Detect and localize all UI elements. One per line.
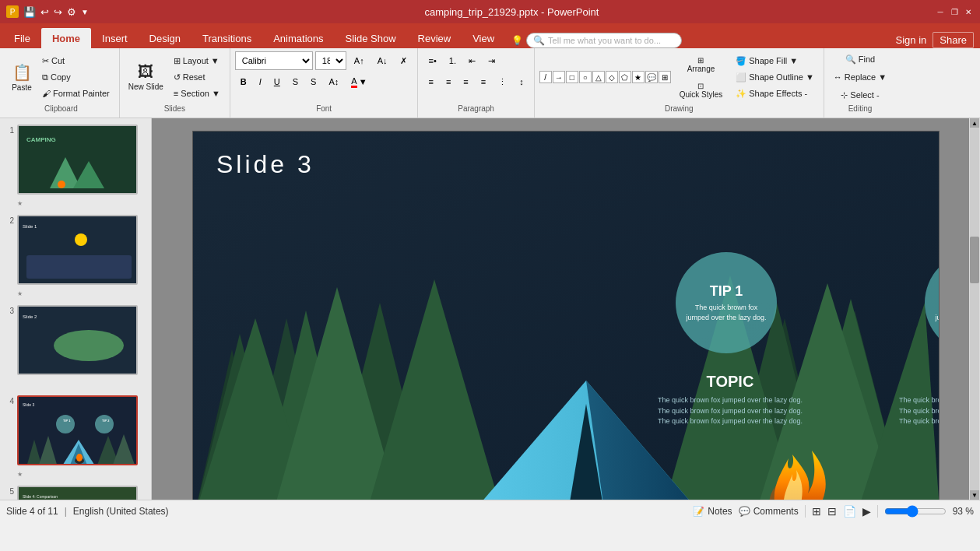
- bullets-button[interactable]: ≡•: [423, 51, 441, 70]
- columns-button[interactable]: ⋮: [493, 72, 512, 91]
- sign-in-button[interactable]: Sign in: [896, 34, 927, 46]
- more-shapes[interactable]: ⊞: [659, 71, 671, 83]
- font-name-select[interactable]: Calibri: [235, 51, 313, 70]
- close-button[interactable]: ✕: [963, 6, 974, 17]
- vertical-scrollbar[interactable]: ▲ ▼: [969, 118, 980, 500]
- notes-button[interactable]: 📝 Notes: [693, 506, 732, 517]
- arrow-shape[interactable]: →: [553, 71, 565, 83]
- tab-home[interactable]: Home: [41, 28, 91, 48]
- ribbon-group-slides: 🖼 New Slide ⊞ Layout ▼ ↺ Reset ≡ Section…: [120, 48, 230, 118]
- justify-button[interactable]: ≡: [476, 72, 491, 91]
- cut-icon: ✂: [42, 56, 49, 66]
- increase-indent-button[interactable]: ⇥: [483, 51, 501, 70]
- font-size-select[interactable]: 18: [315, 51, 346, 70]
- rect-shape[interactable]: □: [566, 71, 578, 83]
- bold-button[interactable]: B: [235, 72, 252, 91]
- replace-dropdown[interactable]: ▼: [878, 72, 887, 82]
- decrease-indent-button[interactable]: ⇤: [463, 51, 481, 70]
- comments-button[interactable]: 💬 Comments: [739, 506, 799, 517]
- slide-show-button[interactable]: ▶: [862, 505, 871, 518]
- decrease-font-button[interactable]: A↓: [372, 51, 393, 70]
- clear-format-button[interactable]: ✗: [395, 51, 413, 70]
- minimize-button[interactable]: ─: [935, 6, 946, 17]
- quick-styles-button[interactable]: ⊡ Quick Styles: [676, 78, 727, 103]
- paste-button[interactable]: 📋 Paste: [8, 55, 36, 99]
- tell-me-input[interactable]: 🔍 Tell me what you want to do...: [526, 33, 682, 48]
- increase-font-button[interactable]: A↑: [349, 51, 370, 70]
- strikethrough-button[interactable]: S: [287, 72, 304, 91]
- tab-transitions[interactable]: Transitions: [191, 28, 262, 48]
- line-spacing-button[interactable]: ↕: [514, 72, 529, 91]
- slide-sorter-button[interactable]: ⊟: [827, 505, 837, 518]
- font-color-button[interactable]: A ▼: [346, 72, 372, 91]
- share-button[interactable]: Share: [933, 32, 974, 48]
- triangle-shape[interactable]: △: [592, 71, 605, 83]
- callout-shape[interactable]: 💬: [645, 71, 658, 83]
- restore-button[interactable]: ❐: [949, 6, 960, 17]
- copy-button[interactable]: ⧉ Copy: [37, 69, 114, 85]
- shape-style-options: 🪣 Shape Fill ▼ ⬜ Shape Outline ▼ ✨ Shape…: [731, 53, 819, 101]
- slide-item-1[interactable]: 1 CAMPING ★: [3, 123, 148, 210]
- undo-icon[interactable]: ↩: [40, 6, 49, 18]
- customize-icon[interactable]: ⚙: [67, 6, 76, 18]
- slide-canvas[interactable]: Slide 3 TIP 1 The quick brown fox jumped…: [192, 131, 940, 500]
- shape-fill-button[interactable]: 🪣 Shape Fill ▼: [731, 53, 819, 68]
- search-icon: 🔍: [533, 35, 545, 46]
- cut-button[interactable]: ✂ Cut: [37, 53, 114, 68]
- star-shape[interactable]: ★: [632, 71, 645, 83]
- line-shape[interactable]: /: [539, 71, 552, 83]
- find-button[interactable]: 🔍 Find: [841, 51, 880, 67]
- replace-button[interactable]: ↔ Replace ▼: [829, 69, 891, 85]
- dropdown-arrow-icon[interactable]: ▼: [81, 8, 89, 16]
- tab-design[interactable]: Design: [139, 28, 191, 48]
- tab-insert[interactable]: Insert: [91, 28, 139, 48]
- circle-shape[interactable]: ○: [579, 71, 592, 83]
- tip1-circle[interactable]: TIP 1 The quick brown fox jumped over th…: [676, 252, 777, 353]
- align-center-button[interactable]: ≡: [441, 72, 456, 91]
- ribbon-group-clipboard: 📋 Paste ✂ Cut ⧉ Copy 🖌 Format Painter Cl…: [3, 48, 120, 118]
- font-color-dropdown[interactable]: ▼: [359, 77, 367, 86]
- tab-view[interactable]: View: [462, 28, 505, 48]
- slide-item-2[interactable]: 2 Slide 1 ★: [3, 213, 148, 300]
- reset-button[interactable]: ↺ Reset: [169, 69, 225, 85]
- shape-effects-button[interactable]: ✨ Shape Effects -: [731, 86, 819, 101]
- char-spacing-button[interactable]: A↕: [323, 72, 344, 91]
- normal-view-button[interactable]: ⊞: [812, 505, 821, 518]
- numbering-button[interactable]: 1.: [444, 51, 462, 70]
- search-bar: 💡 🔍 Tell me what you want to do...: [505, 33, 895, 48]
- scroll-down-button[interactable]: ▼: [970, 490, 979, 500]
- scroll-thumb[interactable]: [970, 237, 979, 283]
- new-slide-button[interactable]: 🖼 New Slide: [125, 55, 167, 99]
- tab-animations[interactable]: Animations: [262, 28, 334, 48]
- slide-item-5[interactable]: 5 Slide 4: Comparison ★: [3, 484, 148, 500]
- ribbon-group-font: Calibri 18 A↑ A↓ ✗ B I U S S A↕ A ▼: [230, 48, 419, 118]
- shape-outline-button[interactable]: ⬜ Shape Outline ▼: [731, 69, 819, 85]
- save-icon[interactable]: 💾: [23, 6, 36, 18]
- align-left-button[interactable]: ≡: [423, 72, 438, 91]
- diamond-shape[interactable]: ◇: [606, 71, 618, 83]
- pentagon-shape[interactable]: ⬠: [619, 71, 631, 83]
- slide-item-3[interactable]: 3 Slide 2 ★: [3, 304, 148, 391]
- tab-review[interactable]: Review: [407, 28, 462, 48]
- underline-button[interactable]: U: [269, 72, 286, 91]
- italic-button[interactable]: I: [254, 72, 267, 91]
- shadow-button[interactable]: S: [305, 72, 321, 91]
- select-button[interactable]: ⊹ Select -: [836, 87, 883, 103]
- align-right-button[interactable]: ≡: [458, 72, 473, 91]
- app-icon: P: [6, 5, 19, 18]
- section-button[interactable]: ≡ Section ▼: [169, 86, 225, 101]
- layout-button[interactable]: ⊞ Layout ▼: [169, 53, 225, 68]
- tab-file[interactable]: File: [3, 28, 41, 48]
- tab-slideshow[interactable]: Slide Show: [334, 28, 406, 48]
- format-painter-button[interactable]: 🖌 Format Painter: [37, 86, 114, 101]
- status-bar: Slide 4 of 11 | English (United States) …: [0, 500, 980, 521]
- slide-item-4[interactable]: 4 Slide 3: [3, 394, 148, 481]
- arrange-button[interactable]: ⊞ Arrange: [676, 52, 727, 77]
- zoom-slider[interactable]: [884, 505, 947, 518]
- redo-icon[interactable]: ↪: [54, 6, 62, 18]
- reading-view-button[interactable]: 📄: [843, 505, 856, 518]
- format-painter-icon: 🖌: [42, 89, 51, 98]
- scroll-up-button[interactable]: ▲: [970, 118, 979, 128]
- svg-point-11: [54, 330, 124, 361]
- svg-point-22: [56, 415, 75, 433]
